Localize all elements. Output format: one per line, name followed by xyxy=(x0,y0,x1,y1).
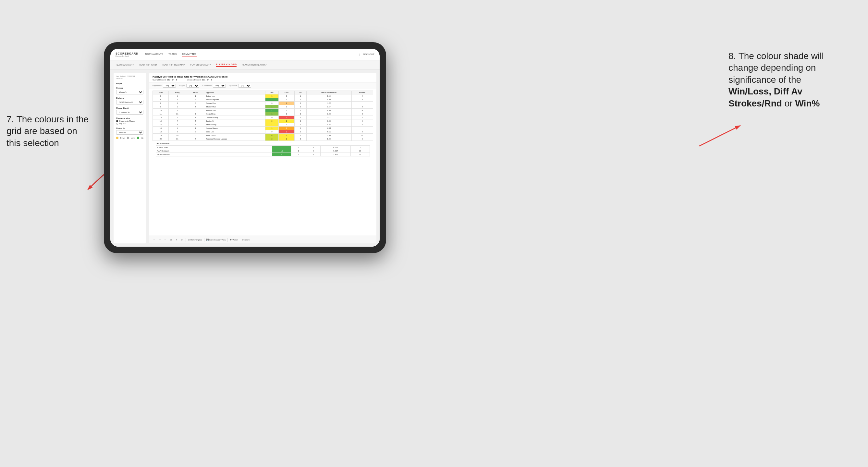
cell-conf: 1 xyxy=(186,127,205,130)
table-body: 3 1 1 Esther Lee 1 0 1 1.50 4 5 2 2 Alex… xyxy=(153,94,373,141)
radio-dot-opponents-played xyxy=(116,120,118,122)
gender-select[interactable]: Women's xyxy=(116,90,144,94)
opponents-select[interactable]: (All) xyxy=(163,84,176,88)
radio-top100[interactable]: Top 100 xyxy=(116,123,144,125)
toolbar-share[interactable]: ⊕ Share xyxy=(242,239,250,241)
th-tie: Tie xyxy=(294,91,306,94)
cell-win: 15 xyxy=(272,149,291,153)
tablet-frame: SCOREBOARD Powered by clippd TOURNAMENTS… xyxy=(104,42,386,253)
sign-out-link[interactable]: Sign out xyxy=(363,53,374,56)
sub-nav-team-summary[interactable]: TEAM SUMMARY xyxy=(116,63,134,66)
nav-teams[interactable]: TEAMS xyxy=(168,52,177,57)
toolbar-arrow[interactable]: ↰ xyxy=(175,238,178,241)
cell-conf: 6 xyxy=(186,134,205,137)
sub-nav: TEAM SUMMARY TEAM H2H GRID TEAM H2H HEAT… xyxy=(110,60,380,69)
cell-diff: 3.67 xyxy=(306,105,351,109)
cell-conf: 2 xyxy=(186,130,205,134)
th-reg: # Reg xyxy=(169,91,186,94)
out-division-title: Out of division xyxy=(156,143,370,145)
cell-tie: 0 xyxy=(306,149,320,153)
right-panel: Katelyn Vo Head-to-Head Grid for Women's… xyxy=(149,73,376,243)
nav-tournaments[interactable]: TOURNAMENTS xyxy=(145,52,163,57)
out-division-row: Foreign Team 1 0 0 4.500 2 xyxy=(156,146,370,149)
cell-reg: 2 xyxy=(169,98,186,101)
cell-rounds xyxy=(351,127,373,130)
cell-loss: 1 xyxy=(279,116,294,119)
th-win: Win xyxy=(265,91,279,94)
division-section: Division NCAA Division III xyxy=(116,97,144,104)
cell-tie: 0 xyxy=(294,101,306,105)
cell-reg: 1 xyxy=(169,94,186,98)
cell-tie: 0 xyxy=(294,119,306,123)
cell-rounds: 9 xyxy=(351,119,373,123)
table-row: 16 1 1 Jessica Mason 1 2 0 -0.94 xyxy=(153,127,373,130)
sub-nav-player-h2h-grid[interactable]: PLAYER H2H GRID xyxy=(216,63,237,67)
cell-win: 1 xyxy=(272,146,291,149)
region-select[interactable]: (All) xyxy=(186,84,199,88)
cell-reg: 3 xyxy=(169,101,186,105)
toolbar-watch[interactable]: 👁 Watch xyxy=(230,239,238,241)
cell-rounds: 11 xyxy=(351,134,373,137)
legend-row: Down Level Up xyxy=(116,136,144,139)
division-select[interactable]: NCAA Division III xyxy=(116,100,144,104)
toolbar-redo1[interactable]: ↪ xyxy=(158,238,162,241)
division-record-label: Division Record: 331 - 34 - 6 xyxy=(187,79,212,81)
sub-nav-team-h2h-heatmap[interactable]: TEAM H2H HEATMAP xyxy=(162,63,185,66)
player-rank-section: Player (Rank) 8. Katelyn Vo xyxy=(116,107,144,115)
conference-select[interactable]: (All) xyxy=(213,84,226,88)
toolbar-redo2[interactable]: ↩ xyxy=(163,238,167,241)
filter-opponent-label: Opponent xyxy=(229,85,237,87)
cell-win: 2 xyxy=(265,137,279,141)
cell-reg: 10 xyxy=(169,134,186,137)
cell-diff: 9.267 xyxy=(320,149,351,153)
cell-label: NCAA Division 2 xyxy=(156,153,272,156)
toolbar-view-original[interactable]: ⊡ View: Original xyxy=(188,239,202,241)
cell-loss: 1 xyxy=(279,134,294,137)
nav-committee[interactable]: COMMITTEE xyxy=(182,52,197,57)
th-opponent: Opponent xyxy=(205,91,265,94)
cell-opponent: Heejo Hyun xyxy=(205,112,265,116)
colour-by-select[interactable]: Win/loss xyxy=(116,130,144,135)
player-rank-select[interactable]: 8. Katelyn Vo xyxy=(116,110,144,115)
cell-conf: 5 xyxy=(186,123,205,127)
logo-sub: Powered by clippd xyxy=(116,55,138,57)
legend-dot-up xyxy=(137,136,139,139)
sub-nav-player-h2h-heatmap[interactable]: PLAYER H2H HEATMAP xyxy=(242,63,267,66)
cell-diff: 4.00 xyxy=(306,109,351,112)
table-row: 3 1 1 Esther Lee 1 0 1 1.50 4 xyxy=(153,94,373,98)
nav-links: TOURNAMENTS TEAMS COMMITTEE xyxy=(145,52,360,57)
data-table: # Div # Reg # Conf Opponent Win Loss Tie… xyxy=(153,91,373,141)
cell-loss: 1 xyxy=(279,137,294,141)
filter-region: Region (All) xyxy=(179,84,199,88)
opponent-select[interactable]: (All) xyxy=(238,84,251,88)
toolbar-divider1 xyxy=(186,238,186,242)
sub-nav-player-summary[interactable]: PLAYER SUMMARY xyxy=(190,63,211,66)
cell-loss: 0 xyxy=(279,105,294,109)
cell-win: 0 xyxy=(265,130,279,134)
colour-by-label: Colour by xyxy=(116,127,144,129)
cell-tie: 1 xyxy=(294,94,306,98)
cell-win: 5 xyxy=(272,153,291,156)
cell-win: 0 xyxy=(265,101,279,105)
toolbar-crop[interactable]: ⊞ xyxy=(169,238,173,241)
toolbar-undo[interactable]: ↩ xyxy=(153,238,156,241)
cell-rounds: 2 xyxy=(351,130,373,134)
legend-dot-down xyxy=(116,136,118,139)
cell-opponent: Emily Chang xyxy=(205,134,265,137)
cell-conf: 3 xyxy=(186,112,205,116)
toolbar-save-custom[interactable]: 💾 Save Custom View xyxy=(206,239,226,241)
sub-nav-team-h2h-grid[interactable]: TEAM H2H GRID xyxy=(139,63,157,66)
toolbar-clock[interactable]: ⊙ xyxy=(180,238,184,241)
cell-opponent: Jessica Huang xyxy=(205,116,265,119)
cell-diff: -3.00 xyxy=(306,116,351,119)
overall-record-label: Overall Record: 353 - 34 - 6 xyxy=(153,79,177,81)
opponent-view-label: Opponent view xyxy=(116,117,144,119)
cell-opponent: Sharon Mun xyxy=(205,105,265,109)
radio-opponents-played[interactable]: Opponents Played xyxy=(116,120,144,122)
cell-div: 9 xyxy=(153,105,169,109)
cell-rounds: 30 xyxy=(351,149,370,153)
panel-record: Overall Record: 353 - 34 - 6 Division Re… xyxy=(153,79,373,81)
cell-opponent: Eunice Yi xyxy=(205,119,265,123)
cell-conf: 7 xyxy=(186,137,205,141)
table-header-row: # Div # Reg # Conf Opponent Win Loss Tie… xyxy=(153,91,373,94)
